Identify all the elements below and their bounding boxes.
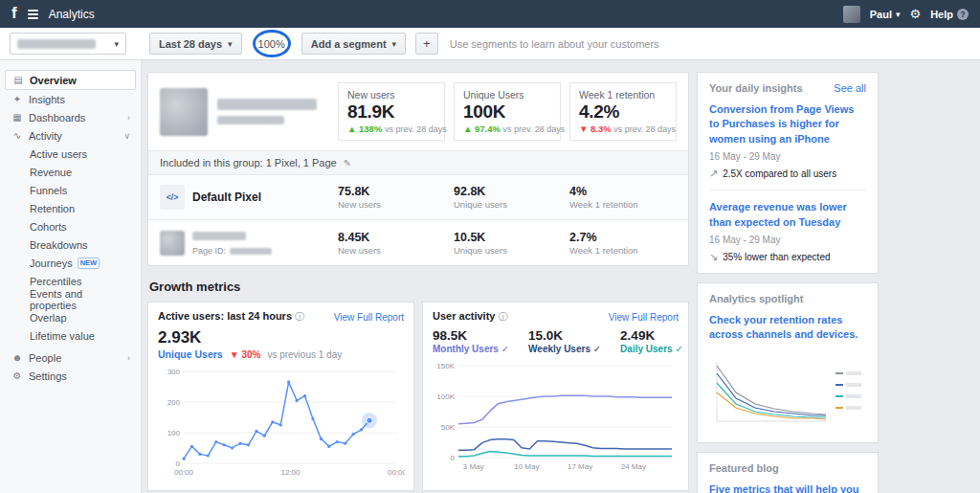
cell-unique-users: 10.5K Unique users xyxy=(454,231,561,256)
cell-new-users: 8.45K New users xyxy=(338,231,445,256)
activity-icon: ∿ xyxy=(11,130,24,141)
cell-week1-retention: 4% Week 1 retention xyxy=(569,185,677,210)
add-button[interactable]: + xyxy=(415,33,438,55)
menu-icon[interactable] xyxy=(28,8,38,21)
sidebar-item-label: Overlap xyxy=(30,312,67,324)
sidebar-item-journeys[interactable]: Journeys NEW xyxy=(5,254,136,272)
sidebar-item-insights[interactable]: ✦ Insights xyxy=(5,90,136,108)
sidebar-item-label: Retention xyxy=(30,203,75,214)
top-navigation-bar: f Analytics Paul ▾ ⚙ Help ? xyxy=(0,0,980,28)
chevron-down-icon: ∨ xyxy=(123,131,130,141)
metric-value: 81.9K xyxy=(347,101,435,123)
svg-text:200: 200 xyxy=(167,398,181,407)
insight-title[interactable]: Average revenue was lower than expected … xyxy=(709,200,866,230)
table-row-page[interactable]: Page ID: 8.45K New users 10.5K Unique us… xyxy=(148,219,688,265)
add-segment-label: Add a segment xyxy=(311,38,387,50)
sidebar-item-revenue[interactable]: Revenue xyxy=(5,163,136,181)
daily-insights-card: Your daily insights See all Conversion f… xyxy=(697,72,879,274)
info-icon[interactable]: ⓘ xyxy=(295,311,304,322)
zoom-level[interactable]: 100% xyxy=(253,30,291,57)
insight-metric: ↗ 2.5X compared to all users xyxy=(709,168,866,180)
help-menu[interactable]: Help ? xyxy=(930,9,969,20)
app-title: Analytics xyxy=(49,8,95,21)
user-avatar[interactable] xyxy=(843,6,860,23)
date-range-button[interactable]: Last 28 days ▾ xyxy=(149,33,242,55)
metric-label: Unique Users xyxy=(463,89,551,101)
check-icon: ✓ xyxy=(593,344,601,354)
daily-users-metric[interactable]: 2.49K Daily Users ✓ xyxy=(620,328,683,354)
svg-text:17 May: 17 May xyxy=(568,462,592,471)
sidebar-item-retention[interactable]: Retention xyxy=(5,199,136,217)
facebook-logo-icon[interactable]: f xyxy=(11,5,17,21)
insight-item: Conversion from Page Views to Purchases … xyxy=(709,102,866,180)
card-title: Analytics spotlight xyxy=(709,293,803,304)
sidebar-item-settings[interactable]: ⚙ Settings xyxy=(5,367,136,385)
sidebar-item-funnels[interactable]: Funnels xyxy=(5,181,136,199)
edit-pencil-icon[interactable]: ✎ xyxy=(344,158,351,168)
sidebar-item-lifetime-value[interactable]: Lifetime value xyxy=(5,326,136,345)
cell-new-users: 75.8K New users xyxy=(338,185,445,210)
sidebar-item-overlap[interactable]: Overlap xyxy=(5,308,136,326)
facebook-analytics-app: f Analytics Paul ▾ ⚙ Help ? ▾ Last 28 da… xyxy=(0,0,980,493)
growth-metrics-heading: Growth metrics xyxy=(149,280,689,294)
active-users-value: 2.93K xyxy=(158,328,404,347)
sidebar-item-active-users[interactable]: Active users xyxy=(5,145,136,163)
sidebar-item-overview[interactable]: ▤ Overview xyxy=(5,70,136,90)
caret-down-icon: ▾ xyxy=(392,39,397,49)
insight-title[interactable]: Conversion from Page Views to Purchases … xyxy=(709,102,866,146)
sidebar-item-label: People xyxy=(29,352,61,364)
sidebar-item-label: Dashboards xyxy=(29,112,85,123)
svg-text:00:00: 00:00 xyxy=(388,468,405,477)
insight-date: 16 May - 29 May xyxy=(709,235,866,245)
svg-text:00:00: 00:00 xyxy=(174,468,194,477)
view-full-report-link[interactable]: View Full Report xyxy=(609,312,679,323)
caret-down-icon: ▾ xyxy=(228,39,233,49)
sidebar-item-dashboards[interactable]: ▦ Dashboards › xyxy=(5,108,136,126)
metric-change: ▲ 97.4% vs prev. 28 days xyxy=(463,123,551,134)
metric-week1-retention: Week 1 retention 4.2% ▼ 8.3% vs prev. 28… xyxy=(569,82,677,141)
date-range-label: Last 28 days xyxy=(159,38,222,50)
svg-text:3 May: 3 May xyxy=(463,462,484,471)
dashboards-icon: ▦ xyxy=(11,112,24,123)
monthly-users-metric[interactable]: 98.5K Monthly Users ✓ xyxy=(433,328,509,354)
see-all-link[interactable]: See all xyxy=(834,82,866,94)
active-users-chart: 010020030000:0012:0000:00 xyxy=(157,364,405,479)
sidebar-item-cohorts[interactable]: Cohorts xyxy=(5,217,136,235)
toolbar: ▾ Last 28 days ▾ 100% Add a segment ▾ + … xyxy=(0,28,980,60)
weekly-users-metric[interactable]: 15.0K Weekly Users ✓ xyxy=(528,328,601,354)
metric-label: New users xyxy=(347,89,435,101)
user-menu[interactable]: Paul ▾ xyxy=(870,9,901,20)
spotlight-link[interactable]: Check your retention rates across channe… xyxy=(709,313,866,343)
sidebar-item-breakdowns[interactable]: Breakdowns xyxy=(5,235,136,254)
view-full-report-link[interactable]: View Full Report xyxy=(334,312,404,323)
pixel-icon: </> xyxy=(160,185,185,210)
table-row-default-pixel[interactable]: </> Default Pixel 75.8K New users 92.8K … xyxy=(148,175,688,219)
svg-text:10 May: 10 May xyxy=(514,462,539,471)
blurred-page-id xyxy=(230,248,272,255)
chevron-right-icon: › xyxy=(127,113,130,123)
sidebar: ▤ Overview ✦ Insights ▦ Dashboards › ∿ A… xyxy=(0,60,142,493)
svg-text:300: 300 xyxy=(167,368,181,376)
caret-down-icon: ▾ xyxy=(896,10,901,19)
insight-metric: ↘ 35% lower than expected xyxy=(709,251,866,263)
featured-blog-link[interactable]: Five metrics that will help you measure … xyxy=(709,482,866,493)
new-badge: NEW xyxy=(78,258,100,269)
sidebar-item-label: Lifetime value xyxy=(30,330,95,342)
sidebar-item-events-and-properties[interactable]: Events and properties xyxy=(5,290,136,308)
sidebar-item-people[interactable]: ☻ People › xyxy=(5,348,136,367)
add-segment-button[interactable]: Add a segment ▾ xyxy=(301,33,406,55)
help-label: Help xyxy=(930,9,953,20)
user-activity-card: User activityⓘ View Full Report 98.5K Mo… xyxy=(422,302,689,491)
sidebar-item-label: Cohorts xyxy=(30,221,67,233)
metric-unique-users: Unique Users 100K ▲ 97.4% vs prev. 28 da… xyxy=(454,82,561,141)
svg-text:12:00: 12:00 xyxy=(280,468,301,477)
settings-gear-icon[interactable]: ⚙ xyxy=(910,7,922,21)
svg-text:150K: 150K xyxy=(436,362,455,370)
sidebar-item-activity[interactable]: ∿ Activity ∨ xyxy=(5,126,136,145)
chevron-right-icon: › xyxy=(127,353,130,363)
up-arrow-icon: ▲ xyxy=(463,123,472,134)
metric-value: 100K xyxy=(463,101,551,123)
info-icon[interactable]: ⓘ xyxy=(498,311,507,322)
metric-change: ▲ 138% vs prev. 28 days xyxy=(347,123,435,134)
entity-selector-dropdown[interactable]: ▾ xyxy=(10,33,126,55)
